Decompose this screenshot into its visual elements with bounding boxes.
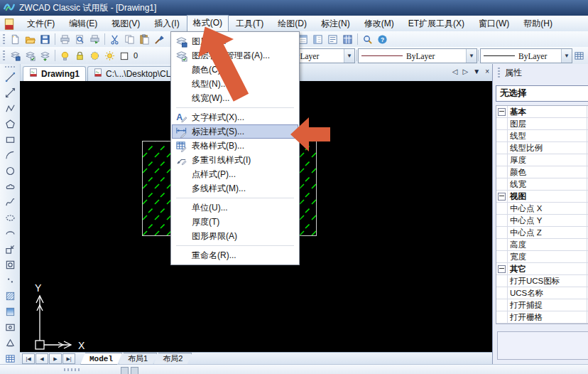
wipeout-icon[interactable] [2,336,18,351]
layer-translate-icon[interactable] [38,49,53,63]
menubar-item[interactable]: 绘图(D) [271,15,314,33]
property-row[interactable]: 线宽 [496,178,588,191]
print-preview-icon[interactable] [72,33,87,46]
property-group-row[interactable]: 其它 [496,263,588,275]
copy-icon[interactable] [122,33,137,46]
menu-item[interactable]: 图层状态管理器(A)... [172,48,298,63]
menubar-item[interactable]: 标注(N) [314,15,357,33]
chevron-down-icon[interactable]: ▼ [466,49,477,63]
polyline-icon[interactable] [2,101,18,116]
property-row[interactable]: 线型 [496,130,588,142]
polygon-icon[interactable] [2,117,18,132]
save-icon[interactable] [38,33,53,46]
menu-item[interactable]: A文字样式(X)... [172,110,298,124]
menu-item[interactable]: 单位(U)... [172,201,298,215]
selection-combo[interactable]: 无选择 [496,85,588,102]
menu-item[interactable]: 点样式(P)... [172,167,298,181]
collapse-box-icon[interactable] [496,191,508,202]
chevron-down-icon[interactable]: ▼ [561,49,572,63]
menubar-item[interactable]: 格式(O) [187,15,229,33]
tab-list-icon[interactable]: ▼ [473,68,480,75]
menubar-item[interactable]: 文件(F) [20,15,62,33]
property-row[interactable]: UCS名称 [496,287,588,299]
insert-block-icon[interactable] [2,242,18,257]
scroll-tabs-right-icon[interactable]: ▷ [463,68,469,75]
plot-icon[interactable] [87,33,102,46]
property-row[interactable]: 中心点 X [496,203,588,215]
panel-grip[interactable] [498,68,500,78]
palette-d-icon[interactable] [340,33,355,46]
property-group-row[interactable]: 视图 [496,191,588,203]
scroll-tabs-left-icon[interactable]: ◁ [452,68,458,75]
menubar-item[interactable]: 编辑(E) [62,15,104,33]
property-row[interactable]: 打开捕捉 [496,299,588,311]
menubar-item[interactable]: 工具(T) [229,15,271,33]
new-file-icon[interactable] [8,33,23,46]
lineweight-combo[interactable]: ByLayer▼ [480,48,572,63]
prev-layout-button[interactable]: ◀ [36,353,48,364]
layer-props-icon[interactable] [8,49,23,63]
toolbar-grip[interactable] [5,66,15,68]
layout-tab-布局1[interactable]: 布局1 [119,353,157,365]
spline-icon[interactable] [2,195,18,210]
menu-item[interactable]: 表格样式(B)... [172,139,298,153]
property-row[interactable]: 图层 [496,118,588,130]
paste-icon[interactable] [137,33,152,46]
point-icon[interactable] [2,273,18,288]
menubar-item[interactable]: ET扩展工具(X) [401,15,472,33]
close-drawing-icon[interactable]: × [485,68,489,75]
property-row[interactable]: 颜色 [496,166,588,178]
menubar-item[interactable]: 窗口(W) [472,15,516,33]
rectangle-icon[interactable] [2,132,18,147]
property-row[interactable]: 厚度 [496,154,588,166]
last-layout-button[interactable]: ▶| [62,353,75,364]
revision-cloud-icon[interactable] [2,179,18,194]
cut-icon[interactable] [107,33,122,46]
lock-icon[interactable] [72,49,87,63]
collapse-box-icon[interactable] [496,106,508,117]
property-row[interactable]: 高度 [496,239,588,251]
search-icon[interactable] [360,33,375,46]
menu-item[interactable]: 厚度(T) [172,215,298,229]
region-icon[interactable] [2,320,18,335]
gradient-icon[interactable] [2,304,18,319]
match-brush-icon[interactable] [152,33,167,46]
ellipse-arc-icon[interactable] [2,226,18,241]
first-layout-button[interactable]: |◀ [22,353,35,364]
menubar-item[interactable]: 修改(M) [357,15,401,33]
property-group-row[interactable]: 基本 [496,106,588,118]
ellipse-icon[interactable] [2,210,18,225]
open-folder-icon[interactable] [23,33,38,46]
next-layout-button[interactable]: ▶ [49,353,62,364]
chevron-down-icon[interactable]: ▼ [344,49,354,63]
lineweight-settings-icon[interactable] [572,49,587,63]
menu-item[interactable]: 图形界限(A) [172,229,298,243]
construction-line-icon[interactable] [2,85,18,100]
menubar-item[interactable]: 帮助(H) [516,15,560,33]
menubar-item[interactable]: 视图(V) [104,15,147,33]
toolbar-grip[interactable] [3,50,5,61]
freeze-icon[interactable] [87,49,102,63]
layout-tab-model[interactable]: Model [80,353,122,365]
mini-toolbar-icon[interactable] [121,367,129,374]
layer-color-swatch[interactable] [117,49,132,63]
hatch-icon[interactable] [2,289,18,304]
print-icon[interactable] [58,33,72,46]
circle-icon[interactable] [2,164,18,178]
linetype-combo[interactable]: ByLayer▼ [358,48,477,63]
menu-item[interactable]: 线宽(W)... [172,91,298,105]
palette-b-icon[interactable] [310,33,325,46]
menu-item[interactable]: 多重引线样式(I) [172,153,298,167]
palette-c-icon[interactable] [325,33,340,46]
doc-tab[interactable]: Drawing1 [23,66,86,81]
make-block-icon[interactable] [2,257,18,272]
menu-item[interactable]: 多线样式(M)... [172,181,298,196]
property-row[interactable]: 宽度 [496,251,588,263]
property-row[interactable]: 中心点 Y [496,215,588,227]
mini-toolbar-icon[interactable] [131,367,138,374]
arc-icon[interactable] [2,148,18,163]
menu-item[interactable]: 重命名(R)... [172,248,298,262]
line-icon[interactable] [2,70,18,85]
menubar-item[interactable]: 插入(I) [147,15,186,33]
toolbar-grip[interactable] [64,368,81,371]
